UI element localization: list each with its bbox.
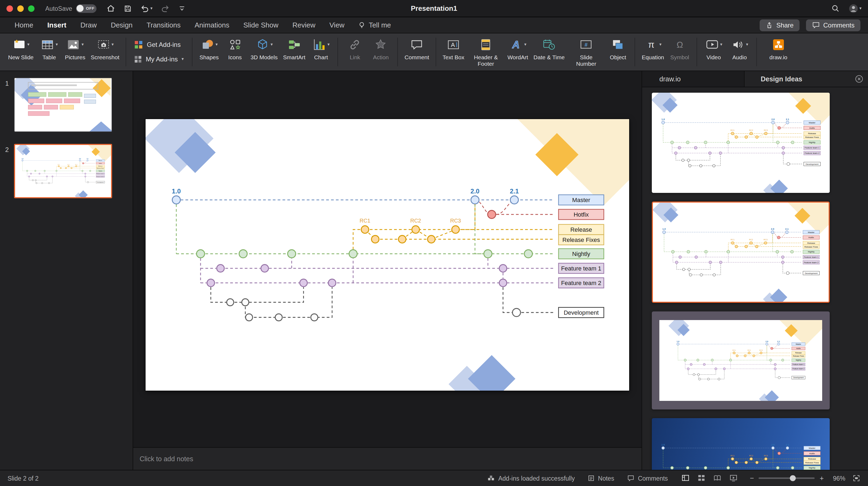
branch-label-feature-team-2[interactable]: Feature team 2 xyxy=(792,367,805,370)
branch-label-release-fixes[interactable]: Release Fixes xyxy=(96,167,104,169)
commit-node[interactable] xyxy=(753,355,755,357)
home-button[interactable] xyxy=(106,4,115,13)
slide-sorter-view-button[interactable] xyxy=(697,473,706,483)
commit-node[interactable] xyxy=(398,235,406,243)
commit-node[interactable] xyxy=(786,271,789,274)
commit-node[interactable] xyxy=(79,160,81,161)
commit-node[interactable] xyxy=(744,355,746,357)
branch-label-feature-team-2[interactable]: Feature team 2 xyxy=(96,175,104,177)
commit-node[interactable] xyxy=(776,466,779,469)
commit-node[interactable] xyxy=(791,466,794,469)
slide-content[interactable]: 1.0 2.0 2.1 RC1 RC2 RC3 Master xyxy=(146,119,629,391)
branch-label-release[interactable]: Release xyxy=(804,131,820,135)
slide-content[interactable]: 1.0 2.0 2.1 RC1 RC2 RC3 Master xyxy=(653,203,829,302)
tab-drawio-pane[interactable]: draw.io xyxy=(642,71,745,87)
branch-label-development[interactable]: Development xyxy=(803,271,819,275)
branch-label-release[interactable]: Release xyxy=(792,351,805,354)
commit-node[interactable] xyxy=(785,231,788,234)
tab-home[interactable]: Home xyxy=(7,17,40,33)
commit-node[interactable] xyxy=(90,170,91,172)
zoom-in-button[interactable]: + xyxy=(820,474,824,482)
slide-thumbnail-2-selected[interactable]: 2 xyxy=(0,144,133,198)
commit-node[interactable] xyxy=(695,256,698,258)
commit-node[interactable] xyxy=(87,181,89,183)
autosave-toggle[interactable]: OFF xyxy=(76,4,96,13)
branch-label-development[interactable]: Development xyxy=(804,162,820,166)
branch-label-hotfix[interactable]: Hotfix xyxy=(96,162,104,164)
tab-transitions[interactable]: Transitions xyxy=(140,17,188,33)
branch-label-release-fixes[interactable]: Release Fixes xyxy=(804,135,820,139)
commit-node[interactable] xyxy=(709,261,712,264)
commit-node[interactable] xyxy=(34,170,36,172)
branch-label-development[interactable]: Development xyxy=(559,307,604,318)
branch-label-master[interactable]: Master xyxy=(792,343,805,346)
commit-node[interactable] xyxy=(703,363,705,365)
commit-node[interactable] xyxy=(689,274,692,276)
commit-node[interactable] xyxy=(718,378,720,380)
commit-node[interactable] xyxy=(48,183,50,184)
undo-button[interactable]: ▾ xyxy=(140,4,153,13)
commit-node[interactable] xyxy=(675,261,678,264)
tab-view[interactable]: View xyxy=(322,17,351,33)
commit-node[interactable] xyxy=(707,378,710,380)
editor-canvas[interactable]: 1.0 2.0 2.1 RC1 RC2 RC3 Master xyxy=(133,71,642,447)
zoom-out-button[interactable]: − xyxy=(750,474,754,482)
commit-node[interactable] xyxy=(58,165,59,167)
commit-node[interactable] xyxy=(196,250,205,258)
branch-label-release[interactable]: Release xyxy=(96,165,104,167)
tab-design-ideas[interactable]: Design Ideas xyxy=(745,71,868,87)
branch-label-feature-team-1[interactable]: Feature team 1 xyxy=(559,263,604,273)
commit-node[interactable] xyxy=(790,250,794,253)
branch-label-feature-team-2[interactable]: Feature team 2 xyxy=(803,260,819,264)
branch-label-feature-team-1[interactable]: Feature team 1 xyxy=(803,255,819,259)
commit-node[interactable] xyxy=(735,461,738,464)
save-button[interactable] xyxy=(123,4,132,13)
commit-node[interactable] xyxy=(731,242,734,244)
slide-number-button[interactable]: # Slide Number xyxy=(570,36,602,67)
commit-node[interactable] xyxy=(704,141,707,144)
video-button[interactable]: ▾ Video xyxy=(704,36,724,61)
commit-node[interactable] xyxy=(41,183,43,184)
commit-node[interactable] xyxy=(735,136,738,138)
branch-label-nightly[interactable]: Nightly xyxy=(792,359,805,361)
commit-node[interactable] xyxy=(661,446,664,449)
commit-node[interactable] xyxy=(705,250,708,253)
redo-button[interactable] xyxy=(161,4,170,13)
comment-button[interactable]: Comment xyxy=(405,36,429,61)
commit-node[interactable] xyxy=(300,279,307,287)
commit-node[interactable] xyxy=(745,245,747,248)
commit-node[interactable] xyxy=(791,141,794,144)
commit-node[interactable] xyxy=(782,152,785,154)
commit-node[interactable] xyxy=(688,165,691,167)
commit-node[interactable] xyxy=(371,235,379,243)
commit-node[interactable] xyxy=(239,250,247,258)
commit-node[interactable] xyxy=(781,256,784,258)
branch-label-hotfix[interactable]: Hotfix xyxy=(792,347,805,350)
branch-label-nightly[interactable]: Nightly xyxy=(559,249,604,259)
smartart-button[interactable]: SmartArt xyxy=(283,36,305,61)
commit-node[interactable] xyxy=(361,226,369,233)
commit-node[interactable] xyxy=(83,162,84,164)
commit-node[interactable] xyxy=(686,141,689,144)
branch-label-feature-team-1[interactable]: Feature team 1 xyxy=(804,146,820,150)
commit-node[interactable] xyxy=(488,210,496,219)
commit-node[interactable] xyxy=(771,347,773,350)
commit-node[interactable] xyxy=(778,376,780,379)
tab-animations[interactable]: Animations xyxy=(188,17,237,33)
branch-label-nightly[interactable]: Nightly xyxy=(804,141,820,144)
slide-thumbnail-1[interactable]: 1 xyxy=(0,77,133,132)
slide-content[interactable]: 1.0 2.0 2.1 RC1 RC2 RC3 Master xyxy=(15,145,111,197)
commit-node[interactable] xyxy=(499,279,507,287)
commit-node[interactable] xyxy=(786,446,789,449)
minimize-button[interactable] xyxy=(17,5,24,11)
commit-node[interactable] xyxy=(731,132,734,135)
commit-node[interactable] xyxy=(730,359,732,361)
branch-label-master[interactable]: Master xyxy=(804,446,820,450)
commit-node[interactable] xyxy=(777,236,780,239)
normal-view-button[interactable] xyxy=(681,473,690,483)
commit-node[interactable] xyxy=(774,368,776,370)
design-idea-1[interactable]: 1.0 2.0 2.1 RC1 RC2 RC3 Master xyxy=(652,93,830,193)
branch-label-release[interactable]: Release xyxy=(804,457,820,461)
commit-node[interactable] xyxy=(44,170,45,172)
commit-node[interactable] xyxy=(719,261,722,264)
